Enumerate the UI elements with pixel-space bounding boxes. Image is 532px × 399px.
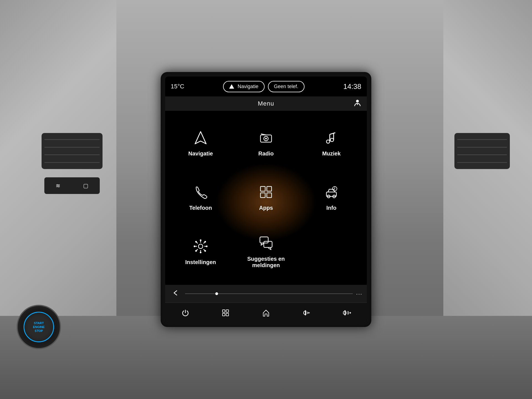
svg-point-5	[265, 138, 267, 139]
svg-point-22	[198, 244, 203, 249]
progress-bar	[185, 293, 353, 294]
vent-slot	[44, 139, 100, 140]
menu-item-navigatie[interactable]: Navigatie	[168, 116, 233, 171]
empty-grid-cell	[299, 225, 364, 279]
apps-label: Apps	[259, 205, 273, 211]
menu-item-radio[interactable]: Radio	[233, 116, 299, 171]
main-menu-grid: Navigatie Radio	[165, 111, 367, 285]
svg-rect-15	[267, 193, 272, 198]
svg-point-28	[204, 250, 206, 252]
phone-button[interactable]: Geen telef.	[268, 81, 305, 92]
svg-rect-13	[267, 186, 272, 191]
navigatie-label: Navigatie	[188, 150, 213, 157]
muziek-icon	[324, 131, 339, 147]
svg-point-27	[195, 241, 197, 242]
svg-point-30	[204, 241, 206, 242]
settings-icon-top	[354, 99, 361, 108]
muziek-label: Muziek	[322, 150, 341, 157]
bottom-dash	[0, 316, 532, 399]
menu-title-bar: Menu	[165, 96, 367, 111]
instellingen-icon	[193, 239, 208, 256]
svg-rect-33	[222, 310, 225, 312]
bottom-nav-bar: ···	[165, 285, 367, 303]
svg-marker-40	[343, 311, 345, 315]
svg-point-10	[326, 140, 330, 143]
menu-item-muziek[interactable]: Muziek	[299, 116, 364, 171]
power-button[interactable]	[177, 306, 194, 319]
info-label: Info	[326, 205, 337, 211]
nav-buttons-group: Navigatie Geen telef.	[223, 81, 304, 92]
telefoon-label: Telefoon	[189, 205, 212, 211]
vent-slot	[457, 147, 507, 148]
left-vent	[42, 133, 103, 169]
menu-title: Menu	[258, 100, 274, 107]
menu-item-info[interactable]: Info	[299, 171, 364, 225]
info-icon	[324, 185, 339, 201]
vent-slot	[457, 139, 507, 140]
vent-slot	[457, 154, 507, 155]
svg-rect-36	[226, 313, 229, 316]
screen-bezel: 15°C Navigatie Geen telef. 14:38 Menu	[161, 72, 371, 327]
infotainment-screen: 15°C Navigatie Geen telef. 14:38 Menu	[165, 76, 367, 323]
svg-rect-14	[260, 193, 265, 198]
engine-start-label: START	[33, 321, 45, 325]
left-controls: ≋ ▢	[44, 177, 100, 194]
svg-point-29	[195, 250, 197, 252]
svg-marker-2	[195, 132, 206, 144]
svg-point-25	[194, 245, 195, 247]
status-bar: 15°C Navigatie Geen telef. 14:38	[165, 76, 367, 96]
apps-icon	[259, 185, 273, 201]
time-display: 14:38	[343, 82, 361, 91]
progress-indicator	[215, 292, 218, 295]
svg-point-0	[356, 100, 359, 103]
svg-rect-16	[326, 192, 336, 196]
svg-line-9	[330, 133, 335, 134]
instellingen-label: Instellingen	[185, 259, 216, 265]
engine-start-stop-button[interactable]: START ENGINE STOP	[17, 305, 61, 349]
menu-item-suggesties[interactable]: Suggesties en meldingen	[233, 225, 299, 279]
suggesties-icon	[259, 236, 273, 252]
rect-icon: ▢	[83, 182, 88, 189]
svg-point-23	[200, 239, 201, 241]
engine-stop-label: STOP	[33, 329, 45, 333]
radio-label: Radio	[258, 150, 274, 157]
vent-slot	[457, 162, 507, 163]
telefoon-icon	[193, 185, 208, 201]
bottom-toolbar	[165, 303, 367, 323]
svg-rect-35	[222, 313, 225, 316]
nav-arrow-icon	[229, 84, 234, 89]
menu-item-telefoon[interactable]: Telefoon	[168, 171, 233, 225]
wavy-icon: ≋	[56, 182, 60, 189]
phone-button-label: Geen telef.	[274, 84, 298, 89]
suggesties-label: Suggesties en meldingen	[247, 256, 285, 268]
navigatie-icon	[193, 131, 208, 147]
engine-engine-label: ENGINE	[33, 325, 45, 329]
vent-slot	[44, 162, 100, 163]
dashboard-background: ≋ ▢ START ENGINE STOP 15°C Navigatie	[0, 0, 532, 399]
svg-point-21	[334, 187, 335, 187]
volume-down-button[interactable]	[298, 306, 315, 319]
svg-point-26	[206, 245, 208, 247]
svg-rect-12	[260, 186, 265, 191]
navigation-button[interactable]: Navigatie	[223, 81, 264, 92]
menu-item-apps[interactable]: Apps	[233, 171, 299, 225]
radio-icon	[259, 131, 273, 147]
back-button[interactable]	[170, 289, 182, 298]
more-options-button[interactable]: ···	[356, 291, 362, 297]
right-vent	[454, 133, 510, 169]
vent-slot	[44, 147, 100, 148]
engine-button-inner[interactable]: START ENGINE STOP	[24, 312, 54, 342]
temperature-display: 15°C	[171, 83, 184, 90]
vent-slot	[44, 154, 100, 155]
volume-up-button[interactable]	[338, 306, 355, 319]
grid-button[interactable]	[217, 306, 234, 319]
menu-item-instellingen[interactable]: Instellingen	[168, 225, 233, 279]
svg-point-11	[330, 138, 334, 142]
svg-rect-34	[226, 310, 229, 312]
nav-button-label: Navigatie	[237, 84, 258, 89]
home-button[interactable]	[258, 306, 274, 319]
svg-marker-37	[304, 311, 305, 315]
svg-point-24	[200, 252, 201, 253]
